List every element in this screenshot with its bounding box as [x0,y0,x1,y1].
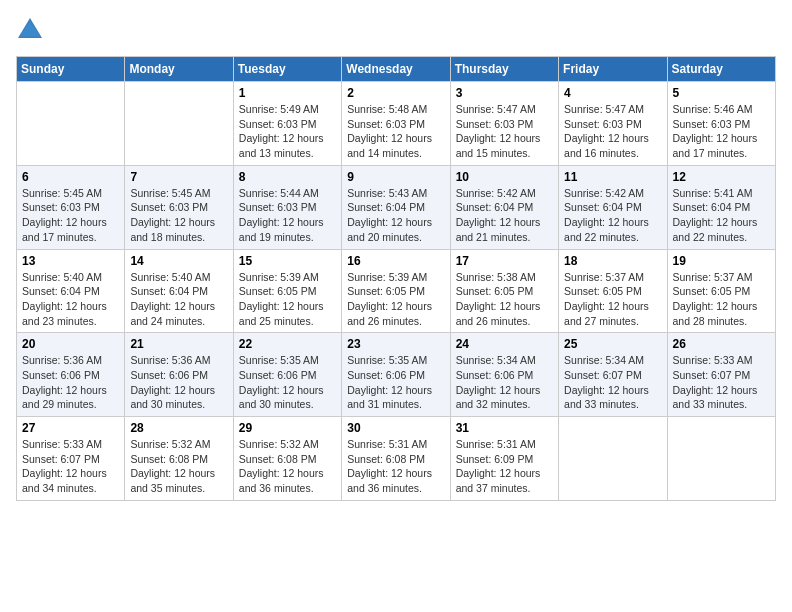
sunset-text: Sunset: 6:06 PM [22,368,119,383]
sunrise-text: Sunrise: 5:36 AM [130,353,227,368]
weekday-header-thursday: Thursday [450,57,558,82]
day-number: 16 [347,254,444,268]
sunrise-text: Sunrise: 5:34 AM [564,353,661,368]
sunset-text: Sunset: 6:03 PM [22,200,119,215]
day-info: Sunrise: 5:39 AMSunset: 6:05 PMDaylight:… [347,270,444,329]
daylight-text: Daylight: 12 hours and 17 minutes. [673,131,770,160]
calendar-cell: 19Sunrise: 5:37 AMSunset: 6:05 PMDayligh… [667,249,775,333]
sunset-text: Sunset: 6:06 PM [456,368,553,383]
sunrise-text: Sunrise: 5:42 AM [456,186,553,201]
day-info: Sunrise: 5:32 AMSunset: 6:08 PMDaylight:… [239,437,336,496]
daylight-text: Daylight: 12 hours and 35 minutes. [130,466,227,495]
sunrise-text: Sunrise: 5:39 AM [239,270,336,285]
sunrise-text: Sunrise: 5:38 AM [456,270,553,285]
calendar-cell: 12Sunrise: 5:41 AMSunset: 6:04 PMDayligh… [667,165,775,249]
daylight-text: Daylight: 12 hours and 18 minutes. [130,215,227,244]
sunset-text: Sunset: 6:05 PM [239,284,336,299]
day-info: Sunrise: 5:37 AMSunset: 6:05 PMDaylight:… [673,270,770,329]
calendar-cell: 13Sunrise: 5:40 AMSunset: 6:04 PMDayligh… [17,249,125,333]
day-number: 19 [673,254,770,268]
calendar-cell: 23Sunrise: 5:35 AMSunset: 6:06 PMDayligh… [342,333,450,417]
day-info: Sunrise: 5:40 AMSunset: 6:04 PMDaylight:… [130,270,227,329]
calendar-cell: 25Sunrise: 5:34 AMSunset: 6:07 PMDayligh… [559,333,667,417]
daylight-text: Daylight: 12 hours and 29 minutes. [22,383,119,412]
sunrise-text: Sunrise: 5:45 AM [130,186,227,201]
day-number: 7 [130,170,227,184]
sunset-text: Sunset: 6:03 PM [130,200,227,215]
day-info: Sunrise: 5:45 AMSunset: 6:03 PMDaylight:… [22,186,119,245]
weekday-header-saturday: Saturday [667,57,775,82]
daylight-text: Daylight: 12 hours and 25 minutes. [239,299,336,328]
daylight-text: Daylight: 12 hours and 28 minutes. [673,299,770,328]
weekday-header-wednesday: Wednesday [342,57,450,82]
calendar-cell [17,82,125,166]
calendar-cell: 7Sunrise: 5:45 AMSunset: 6:03 PMDaylight… [125,165,233,249]
sunrise-text: Sunrise: 5:32 AM [239,437,336,452]
sunrise-text: Sunrise: 5:47 AM [564,102,661,117]
day-number: 10 [456,170,553,184]
daylight-text: Daylight: 12 hours and 22 minutes. [564,215,661,244]
sunset-text: Sunset: 6:04 PM [347,200,444,215]
sunset-text: Sunset: 6:07 PM [22,452,119,467]
day-info: Sunrise: 5:31 AMSunset: 6:08 PMDaylight:… [347,437,444,496]
daylight-text: Daylight: 12 hours and 36 minutes. [347,466,444,495]
sunrise-text: Sunrise: 5:45 AM [22,186,119,201]
sunrise-text: Sunrise: 5:42 AM [564,186,661,201]
sunset-text: Sunset: 6:05 PM [673,284,770,299]
day-info: Sunrise: 5:36 AMSunset: 6:06 PMDaylight:… [22,353,119,412]
daylight-text: Daylight: 12 hours and 16 minutes. [564,131,661,160]
day-info: Sunrise: 5:35 AMSunset: 6:06 PMDaylight:… [239,353,336,412]
day-number: 24 [456,337,553,351]
calendar-cell: 17Sunrise: 5:38 AMSunset: 6:05 PMDayligh… [450,249,558,333]
day-info: Sunrise: 5:35 AMSunset: 6:06 PMDaylight:… [347,353,444,412]
day-number: 2 [347,86,444,100]
sunrise-text: Sunrise: 5:37 AM [673,270,770,285]
sunset-text: Sunset: 6:08 PM [239,452,336,467]
sunrise-text: Sunrise: 5:46 AM [673,102,770,117]
svg-marker-1 [20,22,40,36]
weekday-header-sunday: Sunday [17,57,125,82]
weekday-header-monday: Monday [125,57,233,82]
day-number: 6 [22,170,119,184]
sunrise-text: Sunrise: 5:33 AM [22,437,119,452]
daylight-text: Daylight: 12 hours and 21 minutes. [456,215,553,244]
day-number: 17 [456,254,553,268]
day-number: 28 [130,421,227,435]
calendar-week-row: 6Sunrise: 5:45 AMSunset: 6:03 PMDaylight… [17,165,776,249]
calendar-cell: 18Sunrise: 5:37 AMSunset: 6:05 PMDayligh… [559,249,667,333]
sunset-text: Sunset: 6:03 PM [673,117,770,132]
daylight-text: Daylight: 12 hours and 31 minutes. [347,383,444,412]
sunrise-text: Sunrise: 5:34 AM [456,353,553,368]
sunset-text: Sunset: 6:06 PM [347,368,444,383]
calendar-cell: 20Sunrise: 5:36 AMSunset: 6:06 PMDayligh… [17,333,125,417]
weekday-header-friday: Friday [559,57,667,82]
calendar-cell: 14Sunrise: 5:40 AMSunset: 6:04 PMDayligh… [125,249,233,333]
calendar-cell: 30Sunrise: 5:31 AMSunset: 6:08 PMDayligh… [342,417,450,501]
calendar-cell: 8Sunrise: 5:44 AMSunset: 6:03 PMDaylight… [233,165,341,249]
daylight-text: Daylight: 12 hours and 34 minutes. [22,466,119,495]
sunrise-text: Sunrise: 5:41 AM [673,186,770,201]
calendar-cell: 26Sunrise: 5:33 AMSunset: 6:07 PMDayligh… [667,333,775,417]
calendar-cell: 24Sunrise: 5:34 AMSunset: 6:06 PMDayligh… [450,333,558,417]
day-info: Sunrise: 5:41 AMSunset: 6:04 PMDaylight:… [673,186,770,245]
sunrise-text: Sunrise: 5:39 AM [347,270,444,285]
calendar-cell: 10Sunrise: 5:42 AMSunset: 6:04 PMDayligh… [450,165,558,249]
day-info: Sunrise: 5:37 AMSunset: 6:05 PMDaylight:… [564,270,661,329]
sunrise-text: Sunrise: 5:33 AM [673,353,770,368]
day-number: 8 [239,170,336,184]
calendar-cell [667,417,775,501]
calendar-cell: 2Sunrise: 5:48 AMSunset: 6:03 PMDaylight… [342,82,450,166]
sunrise-text: Sunrise: 5:47 AM [456,102,553,117]
day-info: Sunrise: 5:47 AMSunset: 6:03 PMDaylight:… [564,102,661,161]
calendar-cell: 1Sunrise: 5:49 AMSunset: 6:03 PMDaylight… [233,82,341,166]
daylight-text: Daylight: 12 hours and 15 minutes. [456,131,553,160]
sunset-text: Sunset: 6:05 PM [347,284,444,299]
sunrise-text: Sunrise: 5:48 AM [347,102,444,117]
day-info: Sunrise: 5:34 AMSunset: 6:06 PMDaylight:… [456,353,553,412]
day-info: Sunrise: 5:33 AMSunset: 6:07 PMDaylight:… [22,437,119,496]
calendar-cell: 6Sunrise: 5:45 AMSunset: 6:03 PMDaylight… [17,165,125,249]
sunset-text: Sunset: 6:03 PM [564,117,661,132]
calendar-cell: 21Sunrise: 5:36 AMSunset: 6:06 PMDayligh… [125,333,233,417]
sunset-text: Sunset: 6:04 PM [130,284,227,299]
sunset-text: Sunset: 6:04 PM [564,200,661,215]
